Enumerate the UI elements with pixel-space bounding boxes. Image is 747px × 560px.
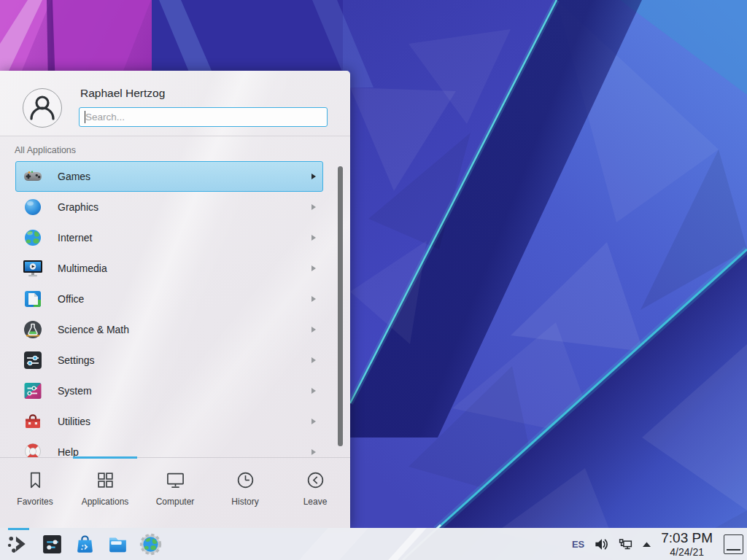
globe-icon: [23, 228, 43, 248]
tab-applications[interactable]: Applications: [70, 458, 140, 528]
category-settings[interactable]: Settings: [15, 345, 323, 376]
system-sliders-icon: [23, 381, 43, 401]
section-label: All Applications: [15, 145, 76, 155]
file-manager-icon[interactable]: [107, 533, 129, 556]
submenu-arrow-icon: [311, 449, 316, 455]
category-games[interactable]: Games: [15, 161, 323, 192]
clock-time: 7:03 PM: [661, 531, 713, 545]
category-system[interactable]: System: [15, 376, 323, 406]
search-input[interactable]: [80, 108, 327, 126]
tab-label: Applications: [82, 497, 129, 507]
tab-computer[interactable]: Computer: [140, 458, 210, 528]
category-label: Office: [58, 293, 84, 305]
web-browser-icon[interactable]: [139, 533, 162, 556]
gamepad-icon: [23, 166, 43, 187]
user-icon: [23, 89, 61, 127]
system-tray: ES 7:03 PM 4/24/21: [572, 531, 747, 557]
system-settings-icon[interactable]: [41, 533, 63, 556]
digital-clock[interactable]: 7:03 PM 4/24/21: [661, 531, 713, 557]
submenu-arrow-icon: [311, 265, 316, 271]
application-launcher-button[interactable]: [6, 528, 31, 560]
taskbar: ES 7:03 PM 4/24/21: [0, 528, 747, 560]
desktop: Raphael Hertzog All Applications: [0, 0, 747, 560]
submenu-arrow-icon: [311, 204, 316, 210]
bookmark-icon: [26, 470, 45, 490]
tab-leave[interactable]: Leave: [280, 458, 350, 528]
tab-history[interactable]: History: [210, 458, 280, 528]
category-graphics[interactable]: Graphics: [15, 192, 323, 222]
expand-tray-icon[interactable]: [642, 541, 651, 548]
keyboard-layout-indicator[interactable]: ES: [572, 539, 584, 550]
launcher-footer-tabs: Favorites Applications: [0, 457, 350, 528]
category-label: Help: [58, 446, 79, 457]
category-label: Games: [58, 171, 90, 182]
category-label: Internet: [58, 232, 92, 244]
toolbox-icon: [23, 411, 43, 432]
tab-label: Favorites: [17, 497, 53, 507]
tab-label: Leave: [303, 497, 328, 507]
category-internet[interactable]: Internet: [15, 222, 323, 253]
submenu-arrow-icon: [311, 419, 316, 424]
submenu-arrow-icon: [311, 174, 316, 179]
tab-label: Computer: [156, 497, 195, 507]
category-utilities[interactable]: Utilities: [15, 406, 323, 437]
media-player-icon: [23, 258, 43, 279]
category-label: Multimedia: [58, 262, 107, 274]
category-science-math[interactable]: Science & Math: [15, 314, 323, 345]
category-label: System: [58, 385, 92, 397]
tab-label: History: [231, 497, 258, 507]
user-avatar[interactable]: [23, 88, 62, 128]
flask-icon: [23, 319, 43, 340]
category-help[interactable]: Help: [15, 437, 323, 457]
taskbar-translucency-streak: [299, 528, 368, 560]
submenu-arrow-icon: [311, 388, 316, 394]
volume-icon[interactable]: [594, 537, 609, 552]
user-name: Raphael Hertzog: [80, 87, 165, 100]
submenu-arrow-icon: [311, 296, 316, 302]
show-desktop-button[interactable]: [724, 534, 743, 554]
network-icon[interactable]: [618, 537, 633, 552]
tab-favorites[interactable]: Favorites: [0, 458, 70, 528]
paint-sphere-icon: [23, 197, 43, 217]
leave-icon: [306, 470, 325, 490]
kde-launcher-icon: [6, 528, 31, 560]
category-label: Graphics: [58, 201, 98, 213]
active-task-indicator: [8, 528, 29, 530]
application-launcher-menu: Raphael Hertzog All Applications: [0, 71, 350, 528]
monitor-icon: [166, 470, 185, 490]
search-box[interactable]: [79, 107, 328, 127]
category-label: Utilities: [58, 416, 90, 427]
discover-software-center-icon[interactable]: [74, 533, 96, 556]
category-multimedia[interactable]: Multimedia: [15, 253, 323, 284]
submenu-arrow-icon: [311, 235, 316, 241]
app-grid-icon: [96, 470, 115, 490]
category-list: Games Graphics: [15, 161, 323, 457]
submenu-arrow-icon: [311, 327, 316, 332]
category-label: Science & Math: [58, 324, 129, 335]
sliders-icon: [23, 350, 43, 370]
document-icon: [23, 289, 43, 309]
list-scrollbar[interactable]: [338, 166, 343, 446]
clock-date: 4/24/21: [661, 547, 713, 557]
clock-icon: [236, 470, 255, 490]
submenu-arrow-icon: [311, 357, 316, 363]
taskbar-translucency-streak: [388, 528, 427, 560]
lifebuoy-icon: [23, 442, 43, 457]
category-office[interactable]: Office: [15, 284, 323, 314]
launcher-header: Raphael Hertzog: [0, 71, 350, 136]
category-label: Settings: [58, 354, 95, 366]
